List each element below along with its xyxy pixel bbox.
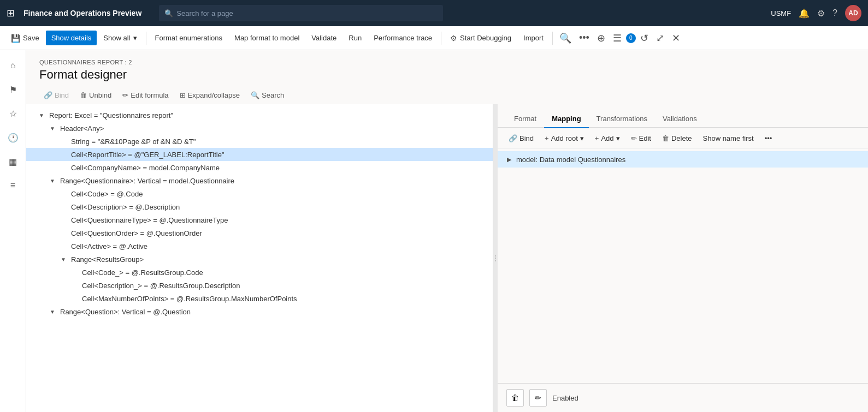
puzzle-icon[interactable]: ⊕ (594, 30, 609, 46)
search-icon: 🔍 (164, 9, 173, 17)
expand-collapse-button[interactable]: ⊞ Expand/collapse (175, 88, 244, 102)
sidebar-item-star[interactable]: ☆ (2, 103, 24, 124)
refresh-icon[interactable]: ↺ (637, 30, 652, 46)
tree-row[interactable]: Cell<MaxNumberOfPoints> = @.ResultsGroup… (26, 292, 493, 305)
sidebar-item-clock[interactable]: 🕐 (2, 127, 24, 148)
unbind-button[interactable]: 🗑 Unbind (75, 88, 116, 102)
add-icon: + (595, 134, 599, 142)
mapping-more-button[interactable]: ••• (760, 132, 777, 145)
tree-row[interactable]: Cell<Active> = @.Active (26, 240, 493, 253)
more-dots-icon: ••• (765, 134, 772, 142)
show-all-button[interactable]: Show all ▾ (98, 31, 142, 45)
sidebar-item-filter[interactable]: ⚑ (2, 79, 24, 100)
notification-icon[interactable]: 🔔 (799, 8, 810, 19)
format-tree-pane: ▼Report: Excel = "Questionnaires report"… (26, 104, 493, 412)
page-header: QUESTIONNAIRES REPORT : 2 Format designe… (26, 50, 868, 86)
format-enumerations-button[interactable]: Format enumerations (150, 31, 228, 45)
tree-item-text: Cell<CompanyName> = model.CompanyName (69, 164, 222, 172)
tree-item-text: Cell<Description> = @.Description (69, 203, 182, 211)
tree-toggle-icon[interactable]: ▼ (59, 255, 68, 264)
tree-item-text: Report: Excel = "Questionnaires report" (47, 111, 175, 120)
link-icon-mapping: 🔗 (509, 134, 517, 142)
sidebar-item-list[interactable]: ≡ (2, 175, 24, 196)
tree-item-text: Range<ResultsGroup> (69, 255, 146, 264)
pane-divider[interactable] (493, 104, 498, 412)
search-button[interactable]: 🔍 Search (246, 88, 288, 102)
delete-icon: 🗑 (662, 134, 669, 142)
settings-icon[interactable]: ⚙ (817, 8, 825, 19)
sidebar-item-home[interactable]: ⌂ (2, 55, 24, 76)
global-search-input[interactable] (176, 9, 438, 17)
tree-toggle-icon (59, 202, 68, 211)
import-button[interactable]: Import (518, 31, 549, 45)
user-label: USMF (771, 9, 791, 17)
validate-button[interactable]: Validate (306, 31, 342, 45)
start-debugging-button[interactable]: ⚙ Start Debugging (445, 31, 517, 46)
delete-bottom-button[interactable]: 🗑 (506, 389, 524, 407)
add-root-button[interactable]: + Add root ▾ (540, 132, 588, 145)
tree-row[interactable]: String = "&R&10Page &P of &N &D &T" (26, 135, 493, 148)
tree-toggle-icon[interactable]: ▼ (48, 124, 57, 133)
mapping-delete-button[interactable]: 🗑 Delete (658, 132, 696, 145)
sidebar-item-grid[interactable]: ▦ (2, 151, 24, 172)
tree-row[interactable]: Cell<Code> = @.Code (26, 187, 493, 200)
tree-toggle-icon (59, 229, 68, 237)
bind-button[interactable]: 🔗 Bind (39, 88, 73, 102)
edit-bottom-button[interactable]: ✏ (529, 389, 547, 407)
map-format-to-model-button[interactable]: Map format to model (229, 31, 305, 45)
sidebar-toggle-icon[interactable]: ☰ (610, 30, 625, 46)
tree-row[interactable]: ▼Range<ResultsGroup> (26, 253, 493, 266)
grid-icon[interactable]: ⊞ (7, 7, 15, 19)
tab-transformations[interactable]: Transformations (589, 110, 655, 128)
close-icon[interactable]: ✕ (669, 30, 683, 46)
mapping-edit-button[interactable]: ✏ Edit (627, 132, 656, 145)
tree-item-text: Cell<Description_> = @.ResultsGroup.Desc… (80, 282, 243, 290)
more-options-icon[interactable]: ••• (576, 30, 593, 46)
tree-toggle-icon[interactable]: ▼ (48, 307, 57, 316)
tab-format[interactable]: Format (506, 110, 544, 128)
tab-validations[interactable]: Validations (655, 110, 705, 128)
show-details-button[interactable]: Show details (46, 31, 97, 45)
tree-toggle-icon (59, 137, 68, 146)
mapping-tabs: Format Mapping Transformations Validatio… (498, 104, 868, 128)
tree-toggle-icon (70, 268, 79, 277)
show-name-first-button[interactable]: Show name first (699, 132, 758, 145)
tree-row[interactable]: ▼Report: Excel = "Questionnaires report" (26, 109, 493, 122)
mapping-item-text: model: Data model Questionnaires (516, 156, 625, 164)
tree-item-text: Range<Questionnaire>: Vertical = model.Q… (58, 177, 237, 185)
tree-row[interactable]: ▼Header<Any> (26, 122, 493, 135)
tree-row[interactable]: Cell<ReportTitle> = @"GER_LABEL:ReportTi… (26, 148, 493, 161)
plus-icon: + (545, 134, 549, 142)
tree-item-text: Header<Any> (58, 124, 106, 133)
help-icon[interactable]: ? (832, 8, 837, 18)
avatar[interactable]: AD (845, 5, 861, 21)
tree-toggle-icon (70, 281, 79, 290)
tree-row[interactable]: Cell<Code_> = @.ResultsGroup.Code (26, 266, 493, 279)
save-button[interactable]: 💾 Save (5, 31, 45, 46)
tree-row[interactable]: Cell<Description_> = @.ResultsGroup.Desc… (26, 279, 493, 292)
tree-row[interactable]: Cell<QuestionOrder> = @.QuestionOrder (26, 226, 493, 240)
tree-row[interactable]: Cell<QuestionnaireType> = @.Questionnair… (26, 213, 493, 226)
tree-toggle-icon (59, 216, 68, 224)
tree-row[interactable]: Cell<Description> = @.Description (26, 200, 493, 213)
mapping-bind-button[interactable]: 🔗 Bind (504, 132, 538, 145)
tree-row[interactable]: Cell<CompanyName> = model.CompanyName (26, 161, 493, 174)
search-toolbar-icon[interactable]: 🔍 (556, 30, 575, 46)
tree-toggle-icon (59, 150, 68, 159)
performance-trace-button[interactable]: Performance trace (368, 31, 438, 45)
mapping-row[interactable]: ▶model: Data model Questionnaires (498, 151, 868, 168)
pencil-icon: ✏ (122, 91, 128, 99)
add-button[interactable]: + Add ▾ (591, 132, 624, 145)
expand-icon[interactable]: ⤢ (653, 30, 668, 46)
tree-toggle-icon[interactable]: ▼ (37, 111, 46, 120)
trash-icon: 🗑 (80, 91, 87, 99)
tree-toggle-icon (59, 189, 68, 198)
run-button[interactable]: Run (343, 31, 367, 45)
link-icon: 🔗 (44, 91, 52, 99)
tree-row[interactable]: ▼Range<Question>: Vertical = @.Question (26, 305, 493, 318)
tree-toggle-icon[interactable]: ▼ (48, 176, 57, 185)
edit-formula-button[interactable]: ✏ Edit formula (118, 88, 173, 102)
tab-mapping[interactable]: Mapping (544, 110, 588, 128)
tree-row[interactable]: ▼Range<Questionnaire>: Vertical = model.… (26, 174, 493, 187)
chevron-down-add: ▾ (616, 134, 620, 142)
